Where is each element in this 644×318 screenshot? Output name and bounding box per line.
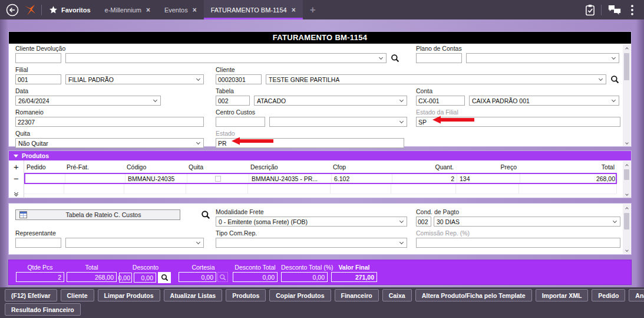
cell-quita[interactable] — [187, 174, 249, 183]
cell-pedido[interactable] — [25, 174, 65, 183]
new-tab-button[interactable]: + — [303, 4, 323, 16]
produtos-button[interactable]: Produtos — [226, 289, 266, 301]
analise-credito-button[interactable]: Análise de Crédito — [629, 289, 644, 301]
field-plano-de-contas: Plano de Contas — [416, 45, 619, 63]
scrollbar-thumb[interactable] — [624, 213, 629, 230]
centro-custos-select[interactable] — [269, 117, 407, 127]
efetivar-button[interactable]: (F12) Efetivar — [5, 289, 57, 301]
add-row-button[interactable]: + — [9, 160, 24, 172]
filial-select[interactable]: FILIAL PADRÃO — [65, 74, 204, 84]
scroll-up-button[interactable] — [623, 161, 630, 169]
clipboard-button[interactable] — [581, 4, 599, 16]
scrollbar-thumb[interactable] — [624, 53, 629, 80]
cell-total[interactable]: 268,00 — [520, 174, 618, 183]
col-codigo[interactable]: Código — [124, 160, 186, 173]
scroll-up-button[interactable] — [623, 44, 630, 52]
cell-codigo[interactable]: BMMANU-24035 — [126, 174, 187, 183]
representante-code-input[interactable] — [15, 238, 61, 248]
conta-select[interactable]: CAIXA PADRÃO 001 — [469, 96, 619, 106]
close-icon[interactable]: × — [292, 6, 296, 14]
field-tipo-com-rep: Tipo Com.Rep. — [216, 230, 407, 248]
col-descricao[interactable]: Descrição — [248, 160, 331, 173]
field-rateio: Tabela de Rateio C. Custos — [15, 209, 210, 220]
favorites-button[interactable]: Favoritos — [44, 5, 98, 14]
tab-eventos[interactable]: Eventos × — [157, 0, 204, 19]
messages-button[interactable] — [604, 4, 625, 15]
produto-row-empty[interactable] — [24, 184, 617, 194]
millennium-logo-icon[interactable] — [21, 4, 39, 17]
close-icon[interactable]: × — [193, 6, 197, 14]
tab-e-millennium[interactable]: e-Millennium × — [98, 0, 157, 19]
cell-cfop[interactable]: 6.102 — [332, 174, 392, 183]
tabela-code-input[interactable] — [216, 96, 250, 106]
cliente-select[interactable]: TESTE GNRE PARTILHA — [266, 74, 606, 84]
data-select[interactable]: 26/04/2024 — [15, 96, 161, 106]
cell-pre-fat[interactable] — [65, 174, 126, 183]
cell-descricao[interactable]: BMMANU-24035 - PR... — [249, 174, 332, 183]
pedido-button[interactable]: Pedido — [592, 289, 625, 301]
desconto-pct-input[interactable]: 0,00 — [134, 273, 156, 283]
col-pre-fat[interactable]: Pré-Fat. — [64, 160, 124, 173]
cliente-button[interactable]: Cliente — [61, 289, 94, 301]
cliente-devolucao-code-input[interactable] — [15, 53, 61, 63]
centro-custos-code-input[interactable] — [216, 117, 265, 127]
col-pedido[interactable]: Pedido — [24, 160, 64, 173]
produtos-section-header[interactable]: Produtos — [9, 151, 631, 160]
col-quita[interactable]: Quita — [186, 160, 248, 173]
quita-select[interactable]: Não Quitar — [15, 138, 204, 148]
remove-row-button[interactable]: − — [9, 172, 24, 184]
desconto-search-button[interactable] — [158, 272, 171, 283]
filial-code-input[interactable] — [15, 74, 61, 84]
quita-checkbox[interactable] — [215, 176, 221, 182]
tabela-select[interactable]: ATACADO — [254, 96, 407, 106]
scroll-down-button[interactable] — [623, 190, 630, 198]
col-quant[interactable]: Quant. — [391, 160, 456, 173]
desconto-value-input[interactable]: 0,00 — [119, 273, 132, 283]
scroll-down-button[interactable] — [623, 139, 630, 146]
caixa-button[interactable]: Caixa — [382, 289, 412, 301]
scroll-down-button[interactable] — [623, 246, 630, 254]
col-cfop[interactable]: Cfop — [331, 160, 391, 173]
search-icon[interactable] — [610, 75, 619, 84]
col-preco[interactable]: Preço — [456, 160, 519, 173]
search-icon[interactable] — [201, 210, 210, 219]
financeiro-button[interactable]: Financeiro — [335, 289, 379, 301]
valor-final-label: Valor Final — [331, 264, 377, 271]
cliente-devolucao-select[interactable] — [65, 53, 387, 63]
cond-pagto-select[interactable]: 30 DIAS — [434, 217, 620, 227]
scroll-up-button[interactable] — [623, 204, 630, 212]
rateio-button[interactable]: Tabela de Rateio C. Custos — [15, 209, 180, 220]
move-to-bottom-button[interactable] — [9, 189, 24, 198]
representante-select[interactable] — [65, 238, 204, 248]
limpar-produtos-button[interactable]: Limpar Produtos — [98, 289, 160, 301]
cell-quant[interactable]: 2 — [392, 174, 457, 183]
copiar-produtos-button[interactable]: Copiar Produtos — [269, 289, 331, 301]
tab-faturamento[interactable]: FATURAMENTO BM-1154 × — [204, 0, 303, 19]
detalhes-scrollbar[interactable] — [623, 204, 630, 254]
scrollbar-thumb[interactable] — [624, 169, 629, 180]
search-icon[interactable] — [391, 54, 399, 63]
cell-preco[interactable]: 134 — [457, 174, 520, 183]
tipo-com-rep-select[interactable] — [216, 238, 407, 248]
resultado-financeiro-button[interactable]: Resultado Financeiro — [5, 303, 81, 316]
romaneio-input[interactable] — [15, 117, 204, 127]
cond-pagto-code-input[interactable] — [416, 217, 431, 227]
col-total[interactable]: Total — [519, 160, 617, 173]
altera-produto-template-button[interactable]: Altera Produto/Ficha pelo Template — [415, 289, 532, 301]
produto-row-selected[interactable]: BMMANU-24035 BMMANU-24035 - PR... 6.102 … — [24, 173, 617, 184]
back-button[interactable] — [4, 3, 21, 17]
menu-button[interactable] — [625, 5, 639, 15]
cliente-code-input[interactable] — [216, 74, 262, 84]
atualizar-listas-button[interactable]: Atualizar Listas — [164, 289, 223, 301]
table-icon — [19, 211, 27, 218]
comissao-rep-input[interactable] — [416, 238, 620, 248]
importar-xml-button[interactable]: Importar XML — [536, 289, 589, 301]
modalidade-frete-select[interactable]: 0 - Emitente (soma Frete) (FOB) — [216, 217, 407, 227]
produtos-scrollbar[interactable] — [623, 161, 630, 198]
form-scrollbar[interactable] — [623, 44, 630, 146]
close-icon[interactable]: × — [146, 6, 150, 14]
cortesia-input[interactable]: 0,00 — [179, 272, 216, 282]
plano-contas-select[interactable] — [466, 53, 619, 63]
plano-contas-code-input[interactable] — [416, 53, 462, 63]
conta-code-input[interactable] — [416, 96, 465, 106]
